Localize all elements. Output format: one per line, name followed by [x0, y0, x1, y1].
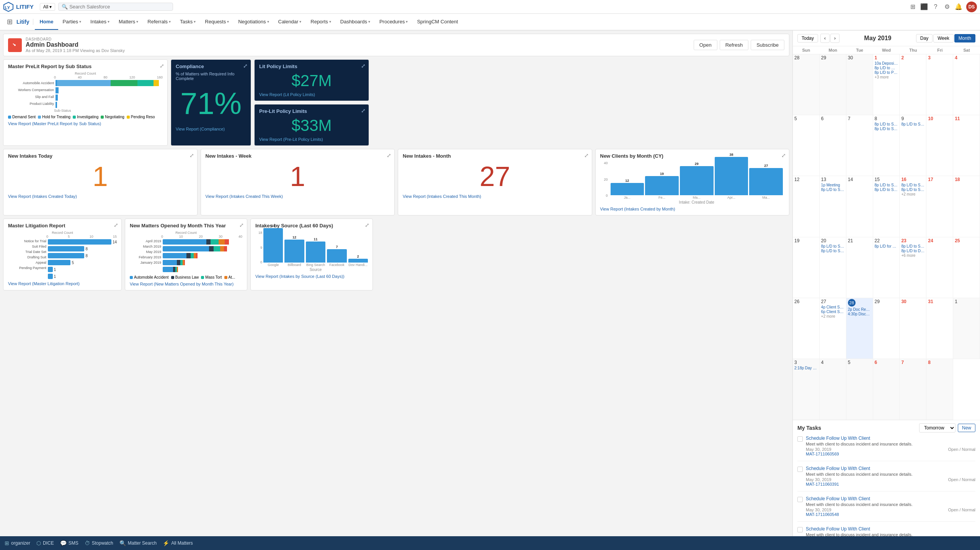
- task-checkbox-2[interactable]: [797, 467, 803, 472]
- expand-icon[interactable]: ⤢: [189, 152, 194, 158]
- view-report-new-matters[interactable]: View Report (New Matters Opened by Month…: [130, 282, 242, 286]
- cal-event[interactable]: 8p L/D to Serve C...: [901, 183, 924, 187]
- settings-icon[interactable]: ⚙: [943, 3, 951, 11]
- help-icon[interactable]: ?: [932, 3, 939, 11]
- next-month-button[interactable]: ›: [830, 34, 840, 43]
- task-name-3[interactable]: Schedule Follow Up With Client: [806, 496, 975, 501]
- nav-item-home[interactable]: Home: [35, 14, 58, 30]
- expand-icon[interactable]: ⤢: [361, 63, 366, 69]
- cal-event[interactable]: 8p L/D to Serve C...: [821, 249, 844, 253]
- nav-item-matters[interactable]: Matters ▾: [114, 14, 143, 30]
- cal-event[interactable]: 8p L/D to Serve C...: [875, 183, 898, 187]
- bottom-matter-search[interactable]: 🔍 Matter Search: [119, 540, 157, 546]
- expand-icon[interactable]: ⤢: [781, 152, 786, 158]
- cal-event[interactable]: 8p L/D to Serve R...: [875, 122, 898, 126]
- cal-event[interactable]: 6p Client Sign Up: [821, 310, 844, 314]
- cal-more[interactable]: +2 more: [821, 314, 844, 318]
- month-view-button[interactable]: Month: [954, 34, 975, 42]
- cal-event[interactable]: 4:30p Discovery I...: [848, 312, 871, 316]
- cal-more[interactable]: +3 more: [875, 75, 898, 79]
- nav-item-negotiations[interactable]: Negotiations ▾: [234, 14, 273, 30]
- bottom-organizer[interactable]: ⊞ organizer: [5, 540, 30, 546]
- cal-event[interactable]: 8p L/D to Give N...: [875, 66, 898, 70]
- square-icon[interactable]: ⬛: [920, 3, 928, 11]
- cal-event[interactable]: 8p L/D to Serve R...: [875, 127, 898, 131]
- cal-event[interactable]: 2p Doc Review: [848, 307, 871, 312]
- task-name-1[interactable]: Schedule Follow Up With Client: [806, 436, 975, 441]
- nav-item-intakes[interactable]: Intakes ▾: [86, 14, 114, 30]
- nav-item-requests[interactable]: Requests ▾: [200, 14, 234, 30]
- cal-event[interactable]: 8p L/D to Serve R...: [821, 188, 844, 192]
- task-checkbox-3[interactable]: [797, 497, 803, 502]
- today-button[interactable]: Today: [797, 34, 818, 42]
- view-report-intakes-source[interactable]: View Report (Intakes by Source (Last 60 …: [255, 274, 368, 279]
- search-scope-button[interactable]: All ▾: [40, 3, 55, 11]
- cal-event[interactable]: 10a Deposition P...: [875, 61, 898, 65]
- view-report-new-clients[interactable]: View Report (Intakes Created by Month): [600, 207, 785, 211]
- nav-item-procedures[interactable]: Procedures ▾: [375, 14, 412, 30]
- task-matter-1[interactable]: MAT-1711060569: [806, 452, 975, 456]
- task-checkbox-4[interactable]: [797, 527, 803, 532]
- view-report-intakes-today[interactable]: View Report (Intakes Created Today): [8, 194, 193, 199]
- view-report-litigation[interactable]: View Report (Master Litigation Report): [8, 281, 117, 286]
- expand-icon[interactable]: ⤢: [584, 152, 589, 158]
- expand-icon[interactable]: ⤢: [114, 222, 118, 228]
- avatar[interactable]: DS: [966, 2, 977, 12]
- view-report-intakes-month[interactable]: View Report (Intakes Created This Month): [403, 194, 587, 199]
- nav-item-reports[interactable]: Reports ▾: [306, 14, 336, 30]
- bottom-all-matters[interactable]: ⚡ All Matters: [163, 540, 193, 546]
- tasks-new-button[interactable]: New: [958, 424, 975, 432]
- cal-event[interactable]: 8p L/D to Serve C...: [821, 244, 844, 248]
- view-report-compliance[interactable]: View Report (Compliance): [176, 127, 246, 131]
- cal-event[interactable]: 2:18p Day of Trial: [794, 366, 818, 370]
- nav-grid-icon[interactable]: ⊞: [3, 18, 16, 26]
- refresh-button[interactable]: Refresh: [720, 40, 749, 50]
- view-report-prelit[interactable]: View Report (Master PreLit Report by Sub…: [8, 121, 163, 126]
- grid-icon[interactable]: ⊞: [909, 3, 916, 11]
- tasks-filter-dropdown[interactable]: Tomorrow Today This Week: [919, 423, 956, 432]
- nav-item-parties[interactable]: Parties ▾: [58, 14, 86, 30]
- week-view-button[interactable]: Week: [933, 34, 953, 42]
- view-report-intakes-week[interactable]: View Report (Intakes Created This Week): [206, 194, 390, 199]
- prev-month-button[interactable]: ‹: [820, 34, 830, 43]
- task-name-2[interactable]: Schedule Follow Up With Client: [806, 466, 975, 471]
- nav-item-referrals[interactable]: Referrals ▾: [143, 14, 175, 30]
- bottom-sms[interactable]: 💬 SMS: [60, 540, 78, 546]
- view-report-prelit-policy[interactable]: View Report (Pre-Lit Policy Limits): [259, 137, 364, 142]
- expand-icon[interactable]: ⤢: [160, 63, 164, 69]
- view-report-lit-policy[interactable]: View Report (Lit Policy Limits): [259, 92, 364, 97]
- task-matter-2[interactable]: MAT-1711060391: [806, 482, 975, 486]
- expand-icon[interactable]: ⤢: [387, 152, 391, 158]
- notifications-icon[interactable]: 🔔: [955, 3, 962, 11]
- cal-event[interactable]: 8p L/D to Deposi...: [901, 249, 924, 253]
- task-matter-3[interactable]: MAT-1711060548: [806, 512, 975, 517]
- cal-event[interactable]: 8p L/D for Other...: [875, 244, 898, 248]
- cal-event[interactable]: 8p L/D to Serve R...: [901, 122, 924, 126]
- expand-icon[interactable]: ⤢: [365, 222, 369, 228]
- nav-item-calendar[interactable]: Calendar ▾: [274, 14, 306, 30]
- expand-icon[interactable]: ⤢: [361, 108, 366, 114]
- task-name-4[interactable]: Schedule Follow Up With Client: [806, 526, 975, 532]
- open-button[interactable]: Open: [694, 40, 717, 50]
- app-logo[interactable]: LY LITIFY: [3, 2, 34, 12]
- nav-item-dashboards[interactable]: Dashboards ▾: [336, 14, 375, 30]
- cal-event[interactable]: 8p L/D to Serve C...: [901, 188, 924, 192]
- cal-more[interactable]: +6 more: [901, 253, 924, 258]
- expand-icon[interactable]: ⤢: [239, 222, 244, 228]
- cal-more[interactable]: +2 more: [901, 192, 924, 196]
- cal-event[interactable]: 8p L/D to Provide...: [875, 70, 898, 75]
- nav-item-tasks[interactable]: Tasks ▾: [175, 14, 200, 30]
- day-view-button[interactable]: Day: [916, 34, 933, 42]
- bottom-dice[interactable]: ⬡ DICE: [36, 540, 54, 546]
- bottom-stopwatch[interactable]: ⏱ Stopwatch: [85, 540, 113, 546]
- cal-event[interactable]: 4p Client Sign Up: [821, 305, 844, 309]
- cal-event[interactable]: 8p L/D to Serve R...: [901, 244, 924, 248]
- cal-event[interactable]: 8p L/D to Serve C...: [875, 188, 898, 192]
- subscribe-button[interactable]: Subscribe: [751, 40, 784, 50]
- search-input[interactable]: [69, 4, 161, 10]
- task-checkbox-1[interactable]: [797, 436, 803, 442]
- global-search-bar[interactable]: 🔍: [58, 3, 173, 11]
- nav-item-springcm[interactable]: SpringCM Content: [412, 14, 462, 30]
- cal-event[interactable]: 1p Meeting: [821, 183, 844, 187]
- expand-icon[interactable]: ⤢: [243, 63, 248, 69]
